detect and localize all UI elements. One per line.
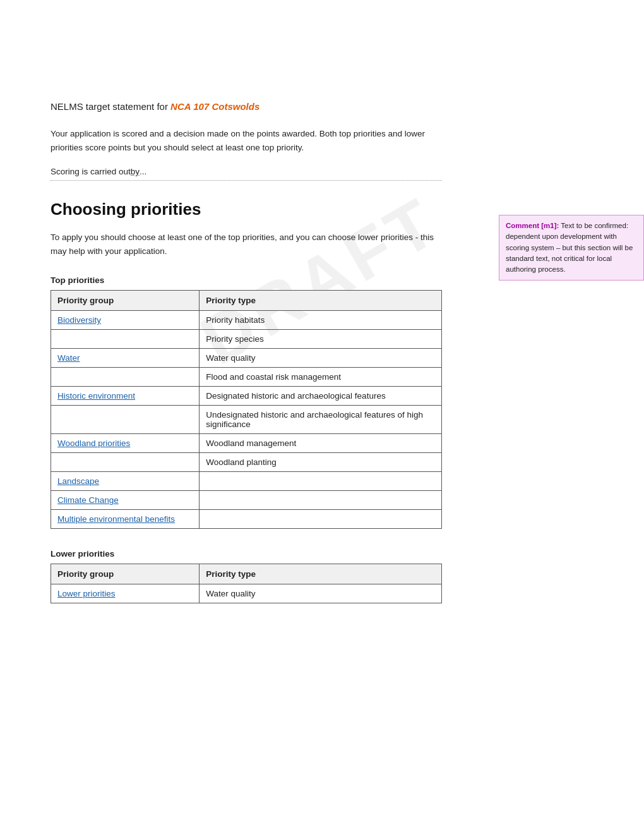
table-row: Woodland prioritiesWoodland management <box>51 434 442 453</box>
table-row: Climate Change <box>51 491 442 510</box>
top-priorities-label: Top priorities <box>51 275 442 285</box>
table-row: Undesignated historic and archaeological… <box>51 406 442 434</box>
table-row: Priority species <box>51 330 442 349</box>
priority-group-link[interactable]: Multiple environmental benefits <box>57 514 175 524</box>
page-container: Comment [m1]: Text to be confirmed: depe… <box>0 0 492 662</box>
table-row: Historic environmentDesignated historic … <box>51 387 442 406</box>
priority-type-cell: Woodland planting <box>200 453 442 472</box>
comment-text: Text to be confirmed: dependent upon dev… <box>506 222 633 273</box>
priority-group-cell[interactable]: Biodiversity <box>51 311 200 330</box>
priority-group-link[interactable]: Woodland priorities <box>57 438 130 448</box>
priority-group-link[interactable]: Climate Change <box>57 495 119 505</box>
priority-type-cell: Flood and coastal risk management <box>200 368 442 387</box>
title-prefix: NELMS target statement for <box>51 101 168 112</box>
priority-group-cell[interactable]: Woodland priorities <box>51 434 200 453</box>
priority-type-cell: Water quality <box>200 584 442 603</box>
priority-type-cell: Woodland management <box>200 434 442 453</box>
priority-group-cell[interactable]: Climate Change <box>51 491 200 510</box>
priority-group-link[interactable]: Water <box>57 353 80 363</box>
lower-table-col2-header: Priority type <box>200 564 442 584</box>
comment-box: Comment [m1]: Text to be confirmed: depe… <box>499 215 644 281</box>
top-table-col2-header: Priority type <box>200 291 442 311</box>
table-row: Woodland planting <box>51 453 442 472</box>
priority-group-cell[interactable]: Water <box>51 349 200 368</box>
priority-group-link[interactable]: Biodiversity <box>57 315 101 325</box>
priority-type-cell <box>200 491 442 510</box>
priority-type-cell: Undesignated historic and archaeological… <box>200 406 442 434</box>
title-highlight: NCA 107 Cotswolds <box>170 101 259 112</box>
choosing-priorities-body: To apply you should choose at least one … <box>51 231 442 258</box>
priority-type-cell: Designated historic and archaeological f… <box>200 387 442 406</box>
page-title: NELMS target statement for NCA 107 Cotsw… <box>51 101 442 112</box>
lower-priorities-table: Priority group Priority type Lower prior… <box>51 564 442 603</box>
priority-group-cell <box>51 453 200 472</box>
scoring-prefix: Scoring is carried out <box>51 167 131 176</box>
lower-priorities-label: Lower priorities <box>51 549 442 559</box>
priority-type-cell: Water quality <box>200 349 442 368</box>
table-row: Multiple environmental benefits <box>51 510 442 529</box>
comment-label: Comment [m1]: <box>506 222 559 229</box>
table-row: BiodiversityPriority habitats <box>51 311 442 330</box>
top-table-header-row: Priority group Priority type <box>51 291 442 311</box>
priority-group-cell <box>51 368 200 387</box>
priority-group-cell <box>51 330 200 349</box>
priority-group-cell[interactable]: Historic environment <box>51 387 200 406</box>
lower-table-header-row: Priority group Priority type <box>51 564 442 584</box>
priority-type-cell: Priority habitats <box>200 311 442 330</box>
priority-group-cell[interactable]: Multiple environmental benefits <box>51 510 200 529</box>
intro-text: Your application is scored and a decisio… <box>51 127 442 154</box>
priority-group-cell[interactable]: Landscape <box>51 472 200 491</box>
table-row: Landscape <box>51 472 442 491</box>
top-priorities-table: Priority group Priority type Biodiversit… <box>51 290 442 529</box>
top-table-col1-header: Priority group <box>51 291 200 311</box>
priority-type-cell <box>200 510 442 529</box>
priority-group-cell <box>51 406 200 434</box>
table-row: Lower prioritiesWater quality <box>51 584 442 603</box>
scoring-suffix: ... <box>140 167 146 176</box>
table-row: WaterWater quality <box>51 349 442 368</box>
lower-table-col1-header: Priority group <box>51 564 200 584</box>
priority-group-link[interactable]: Landscape <box>57 476 99 486</box>
priority-type-cell: Priority species <box>200 330 442 349</box>
priority-type-cell <box>200 472 442 491</box>
priority-group-link[interactable]: Lower priorities <box>57 589 116 598</box>
choosing-priorities-heading: Choosing priorities <box>51 200 442 219</box>
lower-priorities-section: Lower priorities Priority group Priority… <box>51 549 442 603</box>
priority-group-link[interactable]: Historic environment <box>57 391 135 401</box>
priority-group-cell[interactable]: Lower priorities <box>51 584 200 603</box>
scoring-line: Scoring is carried out by... <box>51 167 442 181</box>
scoring-by: by <box>131 167 140 176</box>
table-row: Flood and coastal risk management <box>51 368 442 387</box>
